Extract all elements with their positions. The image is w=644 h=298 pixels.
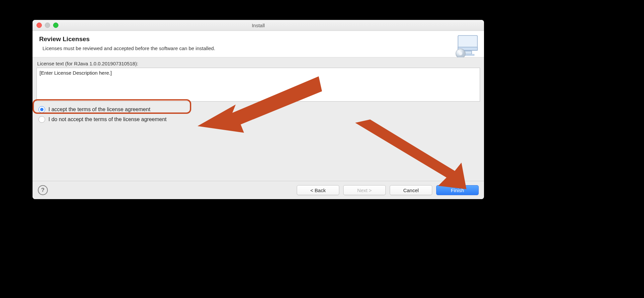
install-dialog: Install Review Licenses Licenses must be… <box>33 20 484 199</box>
back-button[interactable]: < Back <box>297 185 339 195</box>
license-radio-group: I accept the terms of the license agreem… <box>37 106 480 123</box>
reject-radio-label: I do not accept the terms of the license… <box>48 116 167 122</box>
zoom-icon[interactable] <box>53 23 58 28</box>
accept-radio-row[interactable]: I accept the terms of the license agreem… <box>39 106 480 113</box>
minimize-icon <box>45 23 50 28</box>
titlebar: Install <box>33 20 484 31</box>
license-label: License text (for RJava 1.0.0.2019073105… <box>37 61 480 66</box>
install-wizard-icon <box>454 34 480 59</box>
wizard-header: Review Licenses Licenses must be reviewe… <box>33 31 484 57</box>
reject-radio[interactable] <box>39 116 45 123</box>
finish-button[interactable]: Finish <box>436 185 479 195</box>
accept-radio-label: I accept the terms of the license agreem… <box>48 107 150 112</box>
license-text: [Enter License Description here.] <box>40 70 112 76</box>
wizard-footer: ? < Back Next > Cancel Finish <box>33 181 484 199</box>
svg-point-5 <box>459 52 462 55</box>
window-title: Install <box>252 23 265 28</box>
page-subtitle: Licenses must be reviewed and accepted b… <box>42 45 477 51</box>
help-icon[interactable]: ? <box>38 185 48 195</box>
cancel-button[interactable]: Cancel <box>390 185 432 195</box>
license-textarea[interactable]: [Enter License Description here.] <box>37 68 480 102</box>
close-icon[interactable] <box>37 23 42 28</box>
reject-radio-row[interactable]: I do not accept the terms of the license… <box>39 116 480 123</box>
next-button: Next > <box>343 185 386 195</box>
page-title: Review Licenses <box>39 36 477 43</box>
accept-radio[interactable] <box>39 106 45 113</box>
window-controls <box>37 23 58 28</box>
wizard-body: License text (for RJava 1.0.0.2019073105… <box>33 57 484 181</box>
